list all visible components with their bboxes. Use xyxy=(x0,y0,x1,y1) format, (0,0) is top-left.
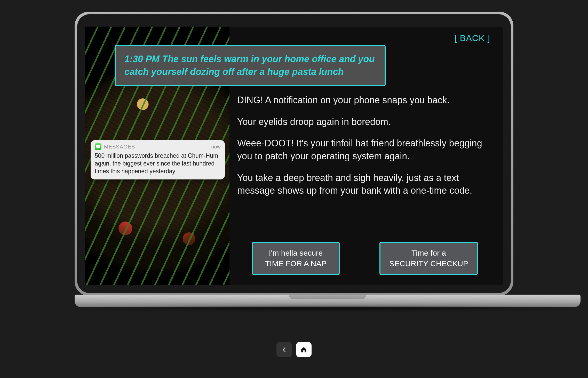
story-paragraph: Your eyelids droop again in boredom. xyxy=(237,115,485,128)
story-paragraph: DING! A notification on your phone snaps… xyxy=(237,94,485,107)
choice-line2: TIME FOR A NAP xyxy=(265,259,327,268)
laptop-base xyxy=(75,295,581,307)
back-button[interactable]: [ BACK ] xyxy=(455,33,490,43)
laptop-mockup: MESSAGES now 500 million passwords breac… xyxy=(75,12,513,307)
toolbar-home-button[interactable] xyxy=(296,342,312,357)
story-panel: [ BACK ] 1:30 PM The sun feels warm in y… xyxy=(229,27,503,285)
scene-headline: 1:30 PM The sun feels warm in your home … xyxy=(115,45,386,86)
choice-row: I'm hella secure TIME FOR A NAP Time for… xyxy=(237,242,493,275)
bottom-toolbar xyxy=(276,342,312,357)
home-icon xyxy=(300,346,307,353)
choice-nap-button[interactable]: I'm hella secure TIME FOR A NAP xyxy=(252,242,340,275)
story-paragraph: Weee-DOOT! It's your tinfoil hat friend … xyxy=(237,137,485,162)
choice-line2: SECURITY CHECKUP xyxy=(389,259,468,268)
notification-app-label: MESSAGES xyxy=(104,144,135,150)
choice-line1: I'm hella secure xyxy=(269,249,323,257)
toolbar-back-button[interactable] xyxy=(276,342,292,357)
phone-notification: MESSAGES now 500 million passwords breac… xyxy=(91,140,225,179)
notification-body: 500 million passwords breached at Chum-H… xyxy=(95,152,221,175)
game-screen: MESSAGES now 500 million passwords breac… xyxy=(85,27,503,285)
laptop-lid: MESSAGES now 500 million passwords breac… xyxy=(75,12,513,296)
story-paragraph: You take a deep breath and sigh heavily,… xyxy=(237,171,485,197)
choice-line1: Time for a xyxy=(411,249,446,257)
chevron-left-icon xyxy=(281,346,288,353)
notification-time: now xyxy=(211,144,221,150)
messages-app-icon xyxy=(95,143,101,150)
choice-security-button[interactable]: Time for a SECURITY CHECKUP xyxy=(379,242,478,275)
story-text: DING! A notification on your phone snaps… xyxy=(237,94,485,197)
